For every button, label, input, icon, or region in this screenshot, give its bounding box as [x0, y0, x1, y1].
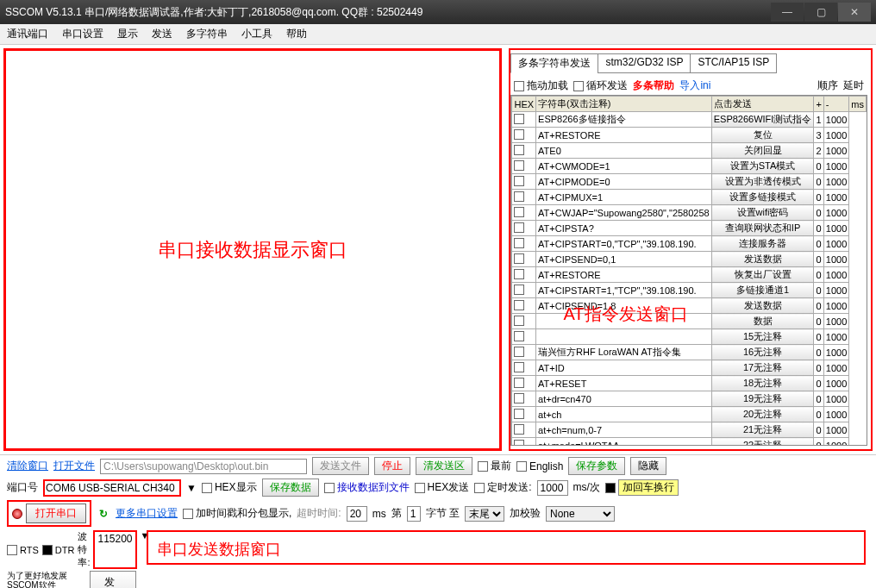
save-params-button[interactable]: 保存参数	[568, 457, 625, 475]
row-delay[interactable]: 1000	[823, 345, 848, 360]
table-row[interactable]: 15无注释01000	[512, 329, 867, 345]
row-send-button[interactable]: 多链接通道1	[711, 283, 814, 298]
row-delay[interactable]: 1000	[823, 329, 848, 345]
port-select[interactable]: COM6 USB-SERIAL CH340	[43, 479, 181, 497]
menu-tools[interactable]: 小工具	[241, 27, 272, 41]
row-cmd[interactable]: ATE0	[536, 143, 712, 159]
row-seq[interactable]: 0	[814, 174, 823, 190]
row-seq[interactable]: 1	[814, 112, 823, 128]
link-import-ini[interactable]: 导入ini	[679, 78, 710, 93]
row-seq[interactable]: 0	[814, 360, 823, 376]
row-hex-chk[interactable]	[514, 300, 524, 310]
table-row[interactable]: at+ch20无注释01000	[512, 407, 867, 422]
tab-multistring[interactable]: 多条字符串发送	[510, 53, 598, 73]
more-settings-link[interactable]: 更多串口设置	[116, 506, 178, 521]
row-hex-chk[interactable]	[514, 331, 524, 341]
row-delay[interactable]: 1000	[823, 360, 848, 376]
row-seq[interactable]: 0	[814, 391, 823, 407]
chk-timed-send[interactable]: 定时发送:	[474, 480, 531, 495]
table-row[interactable]: AT+CIPSTART=0,"TCP","39.108.190.连接服务器010…	[512, 236, 867, 252]
row-hex-chk[interactable]	[514, 316, 524, 326]
row-delay[interactable]: 1000	[823, 298, 848, 314]
row-cmd[interactable]: AT+RESTORE	[536, 267, 712, 283]
row-hex-chk[interactable]	[514, 440, 524, 447]
tab-stc-isp[interactable]: STC/IAP15 ISP	[690, 53, 777, 73]
row-hex-chk[interactable]	[514, 378, 524, 388]
row-hex-chk[interactable]	[514, 114, 524, 124]
row-send-button[interactable]: 20无注释	[711, 407, 814, 422]
file-path[interactable]: C:\Users\supowang\Desktop\out.bin	[100, 459, 307, 474]
row-hex-chk[interactable]	[514, 347, 524, 357]
row-seq[interactable]: 0	[814, 252, 823, 267]
row-hex-chk[interactable]	[514, 160, 524, 171]
row-seq[interactable]: 0	[814, 236, 823, 252]
save-data-button[interactable]: 保存数据	[262, 479, 319, 497]
row-send-button[interactable]: 关闭回显	[711, 143, 814, 159]
row-hex-chk[interactable]	[514, 424, 524, 435]
row-delay[interactable]: 1000	[823, 283, 848, 298]
row-seq[interactable]: 0	[814, 283, 823, 298]
row-delay[interactable]: 1000	[823, 407, 848, 422]
clear-send-button[interactable]: 清发送区	[416, 457, 472, 475]
row-delay[interactable]: 1000	[823, 112, 848, 128]
table-row[interactable]: ESP8266多链接指令ESP8266WIFI测试指令11000	[512, 112, 867, 128]
table-row[interactable]: AT+RESET18无注释01000	[512, 376, 867, 391]
menu-send[interactable]: 发送	[152, 27, 172, 41]
row-cmd[interactable]: 瑞兴恒方RHF LoraWAN AT指令集	[536, 345, 712, 360]
row-seq[interactable]: 0	[814, 314, 823, 329]
row-hex-chk[interactable]	[514, 409, 524, 419]
row-cmd[interactable]: AT+CWJAP="Supowang2580","2580258	[536, 205, 712, 221]
table-row[interactable]: 数据01000	[512, 314, 867, 329]
row-seq[interactable]: 0	[814, 376, 823, 391]
row-delay[interactable]: 1000	[823, 314, 848, 329]
link-multi-help[interactable]: 多条帮助	[633, 78, 674, 93]
menu-comm-port[interactable]: 通讯端口	[7, 27, 48, 41]
row-cmd[interactable]: AT+CIPSTART=1,"TCP","39.108.190.	[536, 283, 712, 298]
row-delay[interactable]: 1000	[823, 190, 848, 205]
port-dropdown-icon[interactable]: ▼	[186, 482, 197, 494]
row-seq[interactable]: 0	[814, 221, 823, 236]
row-hex-chk[interactable]	[514, 253, 524, 264]
row-seq[interactable]: 0	[814, 329, 823, 345]
row-seq[interactable]: 0	[814, 407, 823, 422]
row-hex-chk[interactable]	[514, 362, 524, 372]
row-send-button[interactable]: 数据	[711, 314, 814, 329]
open-port-button[interactable]: 打开串口	[26, 504, 86, 523]
row-delay[interactable]: 1000	[823, 159, 848, 174]
chk-recv-to-file[interactable]: 接收数据到文件	[324, 480, 410, 495]
col-minus[interactable]: -	[823, 97, 848, 112]
table-row[interactable]: at+mode=LWOTAA22无注释01000	[512, 438, 867, 447]
row-hex-chk[interactable]	[514, 222, 524, 233]
row-cmd[interactable]: at+mode=LWOTAA	[536, 438, 712, 447]
send-textarea[interactable]: 串口发送数据窗口	[147, 530, 866, 565]
chk-add-crlf[interactable]: 加回车换行	[605, 479, 679, 496]
row-delay[interactable]: 1000	[823, 205, 848, 221]
row-hex-chk[interactable]	[514, 176, 524, 186]
table-row[interactable]: AT+CWJAP="Supowang2580","2580258设置wifi密码…	[512, 205, 867, 221]
chk-loop-send[interactable]: 循环发送	[573, 78, 628, 93]
chk-drag-load[interactable]: 拖动加载	[514, 78, 568, 93]
menu-display[interactable]: 显示	[117, 27, 138, 41]
row-send-button[interactable]: 发送数据	[711, 298, 814, 314]
row-seq[interactable]: 0	[814, 159, 823, 174]
row-send-button[interactable]: 19无注释	[711, 391, 814, 407]
row-send-button[interactable]: 17无注释	[711, 360, 814, 376]
row-hex-chk[interactable]	[514, 145, 524, 155]
row-seq[interactable]: 0	[814, 298, 823, 314]
row-send-button[interactable]: 18无注释	[711, 376, 814, 391]
row-delay[interactable]: 1000	[823, 438, 848, 447]
row-hex-chk[interactable]	[514, 285, 524, 295]
row-delay[interactable]: 1000	[823, 128, 848, 143]
row-cmd[interactable]: AT+CIPSTART=0,"TCP","39.108.190.	[536, 236, 712, 252]
chk-dtr[interactable]: DTR	[42, 530, 75, 569]
row-send-button[interactable]: 21无注释	[711, 422, 814, 438]
row-cmd[interactable]: AT+CIPSTA?	[536, 221, 712, 236]
baud-select[interactable]: 115200	[93, 530, 136, 569]
row-seq[interactable]: 0	[814, 438, 823, 447]
table-row[interactable]: AT+CWMODE=1设置为STA模式01000	[512, 159, 867, 174]
table-row[interactable]: at+ch=num,0-721无注释01000	[512, 422, 867, 438]
row-cmd[interactable]: AT+CIPMUX=1	[536, 190, 712, 205]
row-cmd[interactable]: AT+CWMODE=1	[536, 159, 712, 174]
row-seq[interactable]: 2	[814, 143, 823, 159]
table-row[interactable]: AT+ID17无注释01000	[512, 360, 867, 376]
